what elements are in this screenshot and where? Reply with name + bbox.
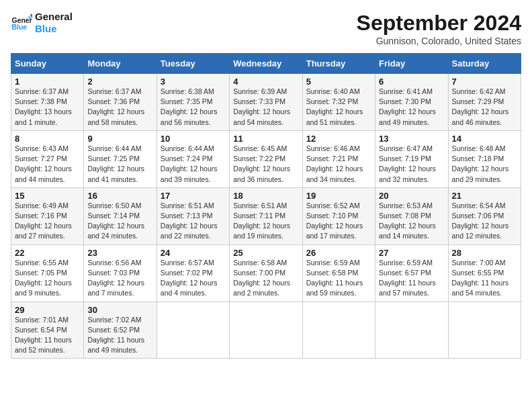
- calendar-day-5: 5Sunrise: 6:40 AMSunset: 7:32 PMDaylight…: [302, 74, 375, 131]
- day-number: 21: [452, 191, 517, 201]
- day-number: 27: [379, 248, 444, 258]
- svg-text:Blue: Blue: [12, 24, 28, 31]
- day-detail: Sunrise: 6:40 AMSunset: 7:32 PMDaylight:…: [306, 87, 371, 128]
- day-number: 9: [87, 134, 152, 144]
- calendar-day-16: 16Sunrise: 6:50 AMSunset: 7:14 PMDayligh…: [84, 187, 157, 244]
- col-header-thursday: Thursday: [302, 54, 375, 74]
- day-detail: Sunrise: 6:54 AMSunset: 7:06 PMDaylight:…: [452, 201, 517, 242]
- subtitle: Gunnison, Colorado, United States: [357, 36, 521, 46]
- calendar-day-13: 13Sunrise: 6:47 AMSunset: 7:19 PMDayligh…: [375, 130, 448, 187]
- day-detail: Sunrise: 6:52 AMSunset: 7:10 PMDaylight:…: [306, 201, 371, 242]
- calendar-week-3: 15Sunrise: 6:49 AMSunset: 7:16 PMDayligh…: [11, 187, 521, 244]
- day-number: 26: [306, 248, 371, 258]
- day-number: 3: [161, 77, 226, 87]
- calendar-day-24: 24Sunrise: 6:57 AMSunset: 7:02 PMDayligh…: [157, 244, 229, 302]
- day-detail: Sunrise: 6:56 AMSunset: 7:03 PMDaylight:…: [87, 258, 152, 299]
- day-number: 28: [452, 248, 517, 258]
- day-number: 15: [15, 191, 80, 201]
- day-detail: Sunrise: 6:50 AMSunset: 7:14 PMDaylight:…: [87, 201, 152, 242]
- calendar-day-3: 3Sunrise: 6:38 AMSunset: 7:35 PMDaylight…: [157, 74, 229, 131]
- calendar-day-10: 10Sunrise: 6:44 AMSunset: 7:24 PMDayligh…: [157, 130, 229, 187]
- day-detail: Sunrise: 6:55 AMSunset: 7:05 PMDaylight:…: [15, 258, 80, 299]
- calendar-day-30: 30Sunrise: 7:02 AMSunset: 6:52 PMDayligh…: [84, 302, 157, 359]
- day-detail: Sunrise: 6:51 AMSunset: 7:11 PMDaylight:…: [233, 201, 298, 242]
- col-header-saturday: Saturday: [448, 54, 521, 74]
- calendar-day-6: 6Sunrise: 6:41 AMSunset: 7:30 PMDaylight…: [375, 74, 448, 131]
- empty-cell: [448, 302, 521, 359]
- col-header-friday: Friday: [375, 54, 448, 74]
- page-header: General Blue General Blue September 2024…: [11, 11, 521, 46]
- day-number: 30: [87, 305, 152, 315]
- day-detail: Sunrise: 6:38 AMSunset: 7:35 PMDaylight:…: [161, 87, 226, 128]
- day-detail: Sunrise: 6:49 AMSunset: 7:16 PMDaylight:…: [15, 201, 80, 242]
- calendar-day-12: 12Sunrise: 6:46 AMSunset: 7:21 PMDayligh…: [302, 130, 375, 187]
- calendar-day-8: 8Sunrise: 6:43 AMSunset: 7:27 PMDaylight…: [11, 130, 84, 187]
- calendar-day-4: 4Sunrise: 6:39 AMSunset: 7:33 PMDaylight…: [230, 74, 302, 131]
- day-number: 11: [233, 134, 298, 144]
- calendar-day-14: 14Sunrise: 6:48 AMSunset: 7:18 PMDayligh…: [448, 130, 521, 187]
- col-header-tuesday: Tuesday: [157, 54, 229, 74]
- svg-text:General: General: [12, 17, 32, 24]
- day-detail: Sunrise: 6:37 AMSunset: 7:36 PMDaylight:…: [87, 87, 152, 128]
- day-number: 10: [161, 134, 226, 144]
- day-detail: Sunrise: 6:58 AMSunset: 7:00 PMDaylight:…: [233, 258, 298, 299]
- empty-cell: [157, 302, 229, 359]
- title-block: September 2024 Gunnison, Colorado, Unite…: [357, 11, 521, 46]
- day-number: 25: [233, 248, 298, 258]
- logo-blue: Blue: [35, 23, 73, 35]
- day-detail: Sunrise: 7:00 AMSunset: 6:55 PMDaylight:…: [452, 258, 517, 299]
- calendar-day-22: 22Sunrise: 6:55 AMSunset: 7:05 PMDayligh…: [11, 244, 84, 302]
- empty-cell: [302, 302, 375, 359]
- day-number: 16: [87, 191, 152, 201]
- calendar-table: SundayMondayTuesdayWednesdayThursdayFrid…: [11, 53, 521, 359]
- day-detail: Sunrise: 7:02 AMSunset: 6:52 PMDaylight:…: [87, 315, 152, 356]
- day-detail: Sunrise: 6:59 AMSunset: 6:58 PMDaylight:…: [306, 258, 371, 299]
- day-detail: Sunrise: 6:37 AMSunset: 7:38 PMDaylight:…: [15, 87, 80, 128]
- calendar-day-23: 23Sunrise: 6:56 AMSunset: 7:03 PMDayligh…: [84, 244, 157, 302]
- day-number: 5: [306, 77, 371, 87]
- day-detail: Sunrise: 6:44 AMSunset: 7:25 PMDaylight:…: [87, 144, 152, 185]
- day-number: 20: [379, 191, 444, 201]
- day-detail: Sunrise: 6:41 AMSunset: 7:30 PMDaylight:…: [379, 87, 444, 128]
- calendar-week-1: 1Sunrise: 6:37 AMSunset: 7:38 PMDaylight…: [11, 74, 521, 131]
- day-number: 17: [161, 191, 226, 201]
- calendar-day-11: 11Sunrise: 6:45 AMSunset: 7:22 PMDayligh…: [230, 130, 302, 187]
- day-detail: Sunrise: 7:01 AMSunset: 6:54 PMDaylight:…: [15, 315, 80, 356]
- calendar-day-15: 15Sunrise: 6:49 AMSunset: 7:16 PMDayligh…: [11, 187, 84, 244]
- calendar-day-7: 7Sunrise: 6:42 AMSunset: 7:29 PMDaylight…: [448, 74, 521, 131]
- calendar-day-18: 18Sunrise: 6:51 AMSunset: 7:11 PMDayligh…: [230, 187, 302, 244]
- day-detail: Sunrise: 6:51 AMSunset: 7:13 PMDaylight:…: [161, 201, 226, 242]
- logo: General Blue General Blue: [11, 11, 73, 35]
- calendar-week-2: 8Sunrise: 6:43 AMSunset: 7:27 PMDaylight…: [11, 130, 521, 187]
- col-header-monday: Monday: [84, 54, 157, 74]
- calendar-day-17: 17Sunrise: 6:51 AMSunset: 7:13 PMDayligh…: [157, 187, 229, 244]
- day-number: 13: [379, 134, 444, 144]
- calendar-day-19: 19Sunrise: 6:52 AMSunset: 7:10 PMDayligh…: [302, 187, 375, 244]
- day-detail: Sunrise: 6:44 AMSunset: 7:24 PMDaylight:…: [161, 144, 226, 185]
- day-detail: Sunrise: 6:46 AMSunset: 7:21 PMDaylight:…: [306, 144, 371, 185]
- day-detail: Sunrise: 6:57 AMSunset: 7:02 PMDaylight:…: [161, 258, 226, 299]
- day-detail: Sunrise: 6:43 AMSunset: 7:27 PMDaylight:…: [15, 144, 80, 185]
- day-number: 12: [306, 134, 371, 144]
- calendar-week-5: 29Sunrise: 7:01 AMSunset: 6:54 PMDayligh…: [11, 302, 521, 359]
- calendar-day-28: 28Sunrise: 7:00 AMSunset: 6:55 PMDayligh…: [448, 244, 521, 302]
- day-number: 4: [233, 77, 298, 87]
- calendar-day-20: 20Sunrise: 6:53 AMSunset: 7:08 PMDayligh…: [375, 187, 448, 244]
- col-header-sunday: Sunday: [11, 54, 84, 74]
- day-number: 6: [379, 77, 444, 87]
- day-number: 18: [233, 191, 298, 201]
- calendar-week-4: 22Sunrise: 6:55 AMSunset: 7:05 PMDayligh…: [11, 244, 521, 302]
- day-number: 22: [15, 248, 80, 258]
- logo-icon: General Blue: [11, 12, 32, 34]
- day-detail: Sunrise: 6:48 AMSunset: 7:18 PMDaylight:…: [452, 144, 517, 185]
- empty-cell: [230, 302, 302, 359]
- day-number: 29: [15, 305, 80, 315]
- calendar-day-1: 1Sunrise: 6:37 AMSunset: 7:38 PMDaylight…: [11, 74, 84, 131]
- logo-general: General: [35, 11, 73, 23]
- calendar-day-9: 9Sunrise: 6:44 AMSunset: 7:25 PMDaylight…: [84, 130, 157, 187]
- day-detail: Sunrise: 6:59 AMSunset: 6:57 PMDaylight:…: [379, 258, 444, 299]
- day-number: 24: [161, 248, 226, 258]
- calendar-day-2: 2Sunrise: 6:37 AMSunset: 7:36 PMDaylight…: [84, 74, 157, 131]
- col-header-wednesday: Wednesday: [230, 54, 302, 74]
- day-number: 23: [87, 248, 152, 258]
